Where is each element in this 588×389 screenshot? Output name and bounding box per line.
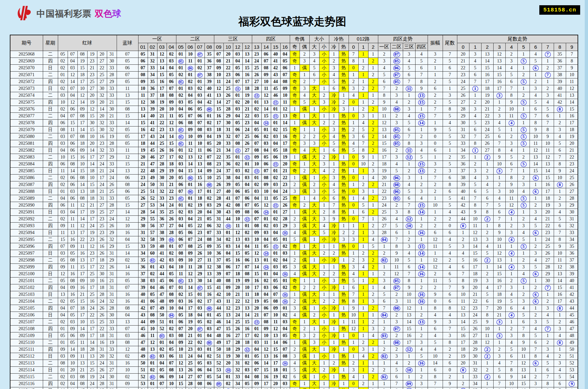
tail-trend-cell: 4 — [505, 236, 517, 243]
zone-trend-cell: 21 — [378, 181, 390, 188]
zone-cell: 26 — [138, 195, 148, 202]
blue-hit-circle: 08 — [207, 306, 212, 311]
red-ball: 13 — [77, 257, 87, 264]
blue-hit-circle: 3 — [497, 319, 502, 325]
zone-trend-cell: 1 — [415, 216, 428, 223]
zone-cell: 15 — [261, 367, 271, 374]
tail-trend-cell: 5 — [469, 181, 481, 188]
tail-trend-cell: 19 — [469, 278, 481, 284]
zone-cell: 19 — [242, 92, 252, 99]
zone-cell: 16 — [280, 291, 290, 298]
weekday-cell: 日 — [43, 312, 58, 319]
tail-trend-cell: 4 — [530, 326, 542, 332]
tail-trend-cell: 8 — [469, 202, 481, 209]
red-ball: 33 — [107, 319, 117, 326]
tail-trend-cell: 16 — [542, 181, 554, 188]
zone-cell: 19 — [252, 298, 261, 305]
odd-even-cell: 4 — [290, 360, 300, 367]
red-ball: 12 — [77, 223, 87, 229]
route-012-cell: 4 — [368, 332, 378, 339]
tail-trend-cell: 1 — [530, 236, 542, 243]
zone-trend-cell: 4 — [390, 216, 403, 223]
zone-cell: 38 — [204, 72, 214, 78]
zone-cell: 20 — [280, 161, 290, 168]
odd-even-cell: 2 — [300, 78, 309, 85]
tail-trend-cell: 5 — [517, 236, 530, 243]
zone-cell: 42 — [138, 305, 148, 312]
blue-hit-circle: 2 — [484, 374, 490, 380]
zone-cell: 19 — [186, 319, 195, 326]
red-ball: 25 — [97, 209, 107, 216]
red-ball: 21 — [107, 113, 117, 120]
zone-cell: 09 — [261, 181, 271, 188]
tail-trend-cell: 13 — [457, 312, 469, 319]
tail-trend-cell: 4 — [481, 243, 493, 250]
issue-cell: 2025084 — [10, 161, 43, 168]
cold-hot-cell: 1 — [329, 291, 339, 298]
route-012-cell: 12 — [349, 326, 358, 332]
red-ball: 25 — [107, 188, 117, 195]
cold-hot-cell: 热 — [339, 175, 349, 181]
zone-trend-cell: 9 — [415, 85, 428, 92]
cold-hot-cell: 冷 — [329, 229, 339, 236]
route-012-cell: 2 — [358, 65, 368, 72]
tail-trend-cell: 16 — [493, 278, 505, 284]
tail-number-cell: 8 — [443, 181, 457, 188]
tail-trend-cell: 3 — [554, 127, 566, 133]
zone-cell: 08 — [223, 278, 233, 284]
zone-trend-cell: 5 — [403, 257, 415, 264]
cold-hot-cell: 1 — [339, 92, 349, 99]
zone-cell: 32 — [138, 236, 148, 243]
cold-hot-cell: 3 — [329, 127, 339, 133]
tail-trend-cell: 16 — [481, 72, 493, 78]
odd-even-cell: 5 — [290, 236, 300, 243]
tail-trend-cell: 15 — [457, 326, 469, 332]
zone-cell: 37 — [214, 257, 223, 264]
zone-cell: 28 — [223, 106, 233, 113]
zone-cell: 06 — [252, 209, 261, 216]
big-small-cell: 大 — [309, 298, 319, 305]
tail-trend-cell: 8 — [542, 127, 554, 133]
zone-cell: 30 — [138, 223, 148, 229]
tail-number-cell: 4 — [443, 120, 457, 127]
table-row: 2025086二02060810172406234930200506151025… — [10, 175, 578, 181]
red-ball: 12 — [68, 99, 77, 106]
odd-even-cell: 3 — [290, 353, 300, 360]
sub-header: 13 — [252, 43, 261, 51]
cold-hot-cell: 7 — [329, 202, 339, 209]
red-ball: 23 — [97, 140, 107, 147]
zone-cell: 11 — [242, 291, 252, 298]
zone-cell: 25 — [280, 195, 290, 202]
amplitude-cell: 10 — [428, 202, 443, 209]
tail-trend-cell: 2 — [481, 216, 493, 223]
cold-hot-cell: 热 — [339, 168, 349, 175]
odd-even-cell: 2 — [300, 133, 309, 140]
zone-cell: 02 — [223, 236, 233, 243]
tail-trend-cell: 3 — [481, 175, 493, 181]
table-row: 2025077二04070815202115144021110507060116… — [10, 113, 578, 120]
cold-hot-cell: 热 — [339, 195, 349, 202]
zone-cell: 24 — [214, 168, 223, 175]
tail-trend-cell: 1 — [505, 216, 517, 223]
zone-cell: 04 — [271, 229, 280, 236]
zone-cell: 20 — [271, 381, 280, 387]
red-ball: 33 — [107, 326, 117, 332]
site-badge[interactable]: 518158.cn — [539, 5, 580, 15]
odd-even-cell: 奇 — [290, 113, 300, 120]
big-small-cell: 1 — [309, 127, 319, 133]
route-012-cell: 1 — [349, 120, 358, 127]
tail-trend-cell: 8 — [493, 223, 505, 229]
big-small-cell: 2 — [309, 332, 319, 339]
cold-hot-cell: 热 — [339, 161, 349, 168]
zone-cell: 06 — [186, 106, 195, 113]
red-ball: 10 — [58, 154, 68, 161]
route-012-cell: 2 — [349, 229, 358, 236]
zone-cell: 43 — [223, 209, 233, 216]
cold-hot-cell: 冷 — [329, 284, 339, 291]
cold-hot-cell: 热 — [339, 202, 349, 209]
zone-cell: 03 — [280, 319, 290, 326]
zone-cell: 16 — [204, 291, 214, 298]
blue-ball: 10 — [117, 367, 138, 374]
zone-cell: 08 — [204, 161, 214, 168]
tail-trend-cell: 5 — [493, 127, 505, 133]
